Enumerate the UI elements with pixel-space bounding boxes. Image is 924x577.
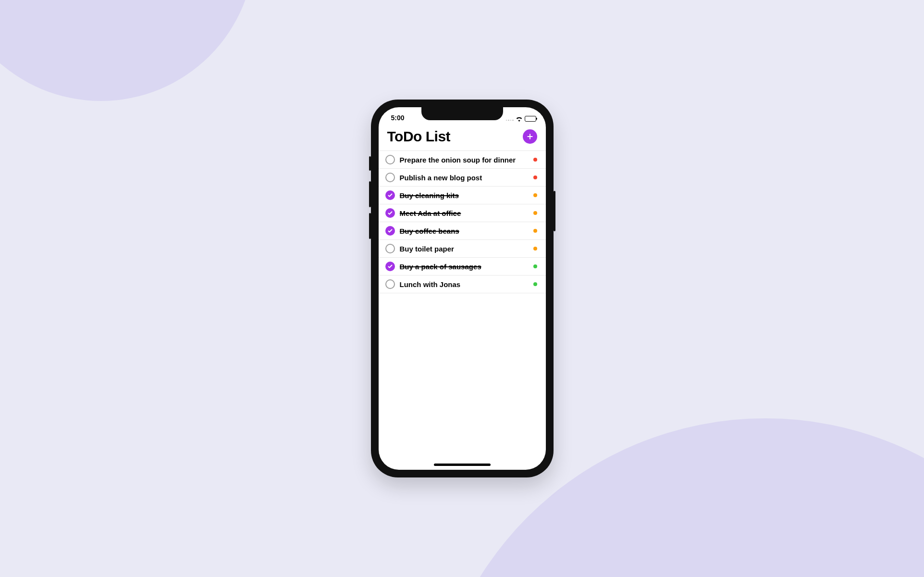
app-title: ToDo List <box>387 128 451 145</box>
app-header: ToDo List <box>379 122 546 151</box>
phone-frame: 5:00 ToDo List Prepare the onion so <box>371 100 554 477</box>
priority-dot <box>533 282 537 286</box>
todo-row[interactable]: Buy coffee beans <box>379 222 546 240</box>
checkbox-checked-icon[interactable] <box>385 262 395 271</box>
checkbox-unchecked-icon[interactable] <box>385 279 395 289</box>
priority-dot <box>533 193 537 197</box>
phone-screen: 5:00 ToDo List Prepare the onion so <box>379 107 546 470</box>
wifi-icon <box>516 116 523 122</box>
todo-row[interactable]: Meet Ada at office <box>379 204 546 222</box>
priority-dot <box>533 158 537 162</box>
phone-side-button <box>369 213 371 239</box>
todo-row[interactable]: Publish a new blog post <box>379 169 546 187</box>
todo-list: Prepare the onion soup for dinnerPublish… <box>379 151 546 293</box>
checkbox-checked-icon[interactable] <box>385 208 395 218</box>
todo-label: Buy a pack of sausages <box>400 263 529 271</box>
checkbox-checked-icon[interactable] <box>385 226 395 236</box>
checkbox-unchecked-icon[interactable] <box>385 155 395 164</box>
phone-side-button <box>369 181 371 207</box>
phone-side-button <box>554 191 555 231</box>
status-right <box>506 116 536 122</box>
cellular-icon <box>506 117 514 121</box>
priority-dot <box>533 264 537 268</box>
todo-row[interactable]: Buy a pack of sausages <box>379 258 546 276</box>
phone-side-button <box>369 156 371 171</box>
todo-label: Meet Ada at office <box>400 209 529 217</box>
home-indicator <box>434 464 491 466</box>
todo-row[interactable]: Buy cleaning kits <box>379 187 546 204</box>
todo-label: Buy toilet paper <box>400 245 529 253</box>
todo-label: Prepare the onion soup for dinner <box>400 156 529 164</box>
checkbox-unchecked-icon[interactable] <box>385 173 395 182</box>
plus-icon <box>526 133 534 140</box>
checkbox-unchecked-icon[interactable] <box>385 244 395 253</box>
stage: 5:00 ToDo List Prepare the onion so <box>0 0 924 577</box>
todo-label: Buy cleaning kits <box>400 191 529 200</box>
phone-notch <box>421 107 503 120</box>
todo-row[interactable]: Prepare the onion soup for dinner <box>379 151 546 169</box>
priority-dot <box>533 211 537 215</box>
add-task-button[interactable] <box>523 129 537 144</box>
priority-dot <box>533 176 537 179</box>
checkbox-checked-icon[interactable] <box>385 190 395 200</box>
todo-row[interactable]: Lunch with Jonas <box>379 276 546 293</box>
priority-dot <box>533 247 537 251</box>
status-time: 5:00 <box>391 114 405 122</box>
todo-row[interactable]: Buy toilet paper <box>379 240 546 258</box>
battery-icon <box>525 116 536 122</box>
todo-label: Lunch with Jonas <box>400 280 529 288</box>
todo-label: Buy coffee beans <box>400 227 529 235</box>
priority-dot <box>533 229 537 233</box>
todo-label: Publish a new blog post <box>400 174 529 182</box>
